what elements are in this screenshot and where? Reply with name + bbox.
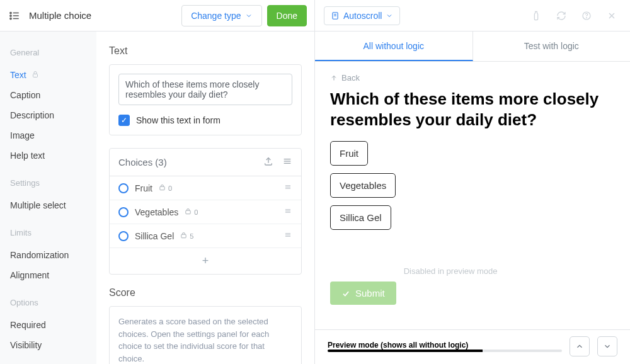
svg-rect-19	[181, 234, 186, 238]
choice-label: Fruit	[135, 183, 152, 193]
choices-title: Choices (3)	[118, 157, 167, 168]
back-button[interactable]: Back	[330, 73, 615, 82]
autoscroll-icon	[331, 11, 340, 20]
tab-all-without-logic[interactable]: All without logic	[315, 31, 473, 61]
editor-header: Multiple choice Change type Done	[0, 0, 314, 31]
sidebar-group-settings: Settings	[10, 178, 86, 188]
submit-label: Submit	[355, 288, 385, 299]
show-text-label: Show this text in form	[136, 115, 220, 125]
drag-icon[interactable]	[284, 230, 292, 241]
lock-icon	[32, 71, 39, 80]
sidebar-item-label: Randomization	[10, 250, 69, 260]
close-icon[interactable]	[602, 6, 621, 25]
back-label: Back	[341, 73, 360, 82]
preview-option[interactable]: Sillica Gel	[330, 205, 391, 230]
editor-column: Text Show this text in form Choices (3)	[96, 31, 314, 364]
choices-panel: Choices (3) Fruit 0	[109, 148, 302, 275]
svg-point-0	[10, 12, 11, 13]
submit-note: Disabled in preview mode	[404, 266, 498, 276]
sidebar-item-label: Text	[10, 70, 26, 80]
sidebar-item-visibility[interactable]: Visibility	[10, 335, 86, 355]
radio-icon	[118, 231, 129, 241]
add-choice-button[interactable]: +	[110, 248, 301, 274]
sidebar-item-text[interactable]: Text	[10, 65, 86, 85]
done-label: Done	[277, 11, 297, 21]
choice-count: 0	[185, 208, 198, 216]
svg-rect-15	[186, 210, 190, 214]
choice-row[interactable]: Sillica Gel 5	[110, 224, 301, 248]
sidebar-item-randomization[interactable]: Randomization	[10, 245, 86, 265]
text-panel: Show this text in form	[109, 64, 302, 135]
tab-test-with-logic[interactable]: Test with logic	[473, 31, 631, 61]
sidebar-group-options: Options	[10, 298, 86, 307]
arrow-up-icon	[330, 74, 338, 82]
svg-point-27	[587, 17, 587, 18]
check-icon	[341, 289, 350, 298]
change-type-label: Change type	[191, 11, 241, 21]
radio-icon	[118, 207, 129, 217]
help-icon[interactable]	[577, 6, 596, 25]
svg-point-2	[10, 14, 11, 16]
radio-icon	[118, 183, 129, 193]
choice-count: 5	[180, 232, 193, 240]
sidebar-item-multiple-select[interactable]: Multiple select	[10, 195, 86, 215]
sidebar-item-label: Multiple select	[10, 200, 66, 210]
sidebar-item-label: Required	[10, 320, 46, 330]
upload-icon[interactable]	[263, 156, 273, 168]
page-title: Multiple choice	[29, 10, 181, 21]
svg-point-4	[10, 18, 11, 19]
preview-question: Which of these items more closely resemb…	[330, 89, 615, 130]
choices-header: Choices (3)	[110, 149, 301, 176]
score-panel: Generates a score based on the selected …	[109, 306, 302, 364]
preview-option[interactable]: Vegetables	[330, 173, 396, 198]
text-section-title: Text	[109, 45, 302, 57]
drag-icon[interactable]	[284, 207, 292, 217]
choice-row[interactable]: Fruit 0	[110, 176, 301, 200]
choice-label: Sillica Gel	[135, 231, 174, 241]
progress-bar	[328, 350, 562, 352]
show-text-checkbox[interactable]	[118, 115, 130, 126]
svg-rect-11	[160, 186, 164, 190]
sidebar-item-label: Description	[10, 110, 54, 120]
sidebar-item-image[interactable]: Image	[10, 125, 86, 145]
preview-header: Autoscroll	[315, 0, 630, 31]
preview-options: Fruit Vegetables Sillica Gel	[330, 141, 615, 237]
prev-button[interactable]	[570, 336, 590, 356]
question-text-input[interactable]	[118, 74, 292, 105]
chevron-down-icon	[245, 12, 253, 20]
sidebar-item-alignment[interactable]: Alignment	[10, 265, 86, 285]
sidebar-item-label: Image	[10, 130, 35, 140]
change-type-button[interactable]: Change type	[181, 5, 261, 26]
sidebar-item-description[interactable]: Description	[10, 105, 86, 125]
sidebar-group-limits: Limits	[10, 228, 86, 237]
done-button[interactable]: Done	[267, 5, 307, 26]
svg-rect-6	[33, 74, 37, 77]
preview-footer-label: Preview mode (shows all without logic)	[328, 341, 562, 350]
list-icon	[8, 9, 21, 23]
preview-tabs: All without logic Test with logic	[315, 31, 630, 62]
score-section-title: Score	[109, 287, 302, 299]
sidebar-item-required[interactable]: Required	[10, 315, 86, 335]
choice-count: 0	[159, 185, 172, 192]
choice-row[interactable]: Vegetables 0	[110, 200, 301, 224]
drag-icon[interactable]	[284, 183, 292, 193]
sidebar-item-caption[interactable]: Caption	[10, 85, 86, 105]
submit-button: Submit	[330, 282, 396, 305]
sidebar-group-general: General	[10, 48, 86, 57]
settings-sidebar: General Text Caption Description Image H…	[0, 31, 96, 364]
refresh-icon[interactable]	[552, 6, 571, 25]
autoscroll-button[interactable]: Autoscroll	[324, 6, 400, 25]
sidebar-item-label: Visibility	[10, 340, 42, 350]
next-button[interactable]	[597, 336, 617, 356]
choice-label: Vegetables	[135, 207, 178, 217]
chevron-down-icon	[386, 12, 393, 20]
autoscroll-label: Autoscroll	[343, 11, 382, 21]
sidebar-item-label: Alignment	[10, 270, 49, 280]
bottle-icon[interactable]	[527, 6, 546, 25]
preview-body: Back Which of these items more closely r…	[315, 62, 630, 329]
sidebar-item-label: Caption	[10, 90, 40, 100]
preview-option[interactable]: Fruit	[330, 141, 368, 166]
menu-icon[interactable]	[282, 156, 292, 168]
sidebar-item-helptext[interactable]: Help text	[10, 145, 86, 166]
sidebar-item-label: Help text	[10, 151, 45, 161]
